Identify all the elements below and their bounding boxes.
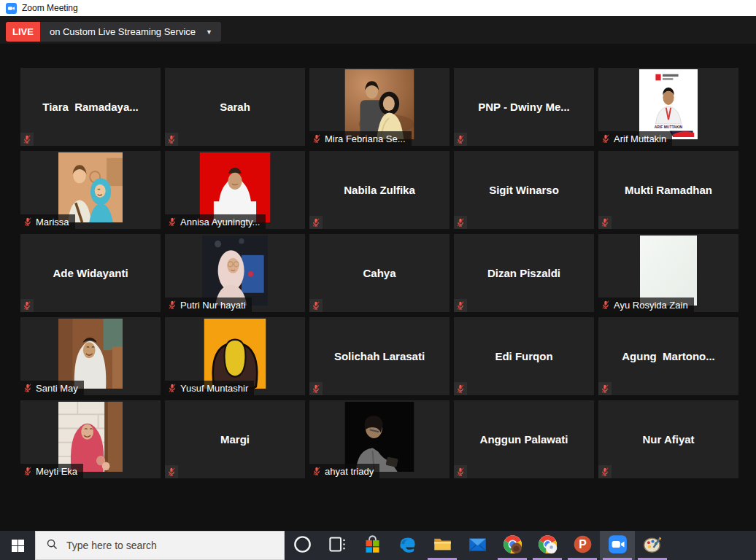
participant-tile[interactable]: Agung Martono... [598, 317, 738, 395]
participant-name: Nur Afiyat [598, 432, 738, 445]
participant-name-bar: Mira Febriana Se... [309, 131, 412, 146]
taskbar-search-input[interactable]: Type here to search [35, 531, 285, 560]
powerpoint-icon: P [573, 534, 593, 557]
participant-tile[interactable]: ahyat triady [309, 400, 450, 478]
chrome-profile-icon [503, 534, 522, 557]
participant-tile[interactable]: Meyti Eka [20, 400, 161, 478]
live-bar: LIVE on Custom Live Streaming Service ▼ [0, 16, 756, 44]
muted-mic-icon [598, 382, 612, 395]
muted-mic-icon [454, 133, 467, 146]
muted-mic-icon [309, 216, 323, 229]
participant-tile[interactable]: Mira Febriana Se... [309, 68, 450, 146]
title-bar: Zoom Meeting [0, 0, 756, 16]
taskbar-app-powerpoint[interactable]: P [565, 531, 600, 560]
participant-tile[interactable]: Anggun Palawati [454, 400, 594, 478]
participant-video-photo [58, 152, 123, 222]
participant-name-bar: Meyti Eka [20, 464, 83, 478]
muted-mic-icon [166, 299, 178, 311]
participant-tile[interactable]: Edi Furqon [454, 317, 594, 395]
paint-icon [643, 534, 663, 557]
muted-mic-icon [20, 133, 34, 146]
participant-name: Tiara Ramadaya... [20, 100, 161, 112]
cortana-icon [293, 534, 312, 557]
start-button[interactable] [0, 531, 35, 560]
participant-tile[interactable]: Santi May [20, 317, 161, 395]
participant-name: ahyat triady [325, 466, 374, 477]
windows-taskbar: Type here to search P [0, 531, 756, 560]
muted-mic-icon [600, 133, 612, 144]
chevron-down-icon: ▼ [206, 28, 212, 36]
participant-tile[interactable]: Dizan Piszaldi [454, 234, 594, 312]
muted-mic-icon [454, 465, 467, 478]
muted-mic-icon [166, 216, 178, 228]
participant-name: Putri Nur hayati [180, 300, 246, 311]
participant-name: Edi Furqon [454, 349, 594, 362]
mail-icon [468, 534, 487, 557]
live-stream-label: on Custom Live Streaming Service [50, 26, 196, 37]
participant-tile[interactable]: Putri Nur hayati [165, 234, 305, 312]
search-placeholder: Type here to search [66, 540, 157, 551]
taskbar-app-chrome-2[interactable] [530, 531, 565, 560]
participant-tile[interactable]: Yusuf Muntashir [165, 317, 305, 395]
participant-name: Arif Muttakin [614, 133, 666, 144]
chrome-profile-icon-2 [538, 534, 558, 557]
participant-tile[interactable]: Margi [165, 400, 305, 478]
participant-tile[interactable]: Nabila Zulfika [309, 151, 450, 229]
live-stream-dropdown[interactable]: on Custom Live Streaming Service ▼ [40, 22, 221, 42]
participant-name: Anggun Palawati [454, 432, 594, 445]
muted-mic-icon [20, 299, 34, 312]
participant-tile[interactable]: Mukti Ramadhan [598, 151, 738, 229]
participant-name-bar: Marissa [20, 214, 75, 229]
taskbar-app-edge[interactable] [390, 531, 425, 560]
muted-mic-icon [22, 382, 34, 394]
taskbar-app-file-explorer[interactable] [425, 531, 460, 560]
taskbar-app-zoom[interactable] [600, 531, 635, 560]
participant-tile[interactable]: Cahya [309, 234, 450, 312]
taskbar-app-mail[interactable] [460, 531, 495, 560]
taskbar-app-chrome-1[interactable] [495, 531, 530, 560]
zoom-meeting-window: Zoom Meeting LIVE on Custom Live Streami… [0, 0, 756, 560]
participant-name-bar: Putri Nur hayati [165, 298, 252, 312]
participant-name: Marissa [36, 217, 69, 228]
muted-mic-icon [22, 216, 34, 228]
participant-name: Meyti Eka [36, 466, 77, 477]
muted-mic-icon [598, 465, 612, 478]
participant-video-photo [58, 402, 123, 472]
participant-tile[interactable]: Marissa [20, 151, 161, 229]
svg-text:P: P [579, 538, 587, 551]
taskbar-app-store[interactable] [355, 531, 390, 560]
participant-name: Sigit Winarso [454, 183, 594, 195]
participant-tile[interactable]: Annisa Ayuningty... [165, 151, 305, 229]
participant-name: Cahya [309, 266, 450, 279]
participant-tile[interactable]: Sarah [165, 68, 305, 146]
zoom-camera-icon [6, 3, 17, 14]
participant-name: Mira Febriana Se... [325, 133, 406, 144]
participant-tile[interactable]: Nur Afiyat [598, 400, 738, 478]
gallery-grid: Tiara Ramadaya... Sarah Mira Febriana Se… [20, 68, 738, 478]
participant-name: Dizan Piszaldi [454, 266, 594, 279]
participant-tile[interactable]: ARIF MUTTAKIN Arif Muttakin [598, 68, 738, 146]
participant-name: Nabila Zulfika [309, 183, 450, 195]
muted-mic-icon [600, 299, 612, 311]
participant-tile[interactable]: Sigit Winarso [454, 151, 594, 229]
muted-mic-icon [309, 382, 323, 395]
participant-tile[interactable]: PNP - Dwiny Me... [454, 68, 594, 146]
participant-name-bar: ahyat triady [309, 464, 379, 478]
participant-tile[interactable]: Ayu Rosyida Zain [598, 234, 738, 312]
participant-name: Santi May [36, 383, 78, 394]
muted-mic-icon [454, 216, 467, 229]
participant-name: Mukti Ramadhan [598, 183, 738, 195]
participant-video-photo [640, 236, 697, 306]
participant-tile[interactable]: Solichah Larasati [309, 317, 450, 395]
participant-tile[interactable]: Tiara Ramadaya... [20, 68, 161, 146]
taskbar-app-task-view[interactable] [320, 531, 355, 560]
zoom-app-icon [608, 534, 628, 557]
participant-name-bar: Arif Muttakin [598, 131, 672, 146]
participant-gallery: Tiara Ramadaya... Sarah Mira Febriana Se… [0, 44, 756, 531]
microsoft-store-icon [363, 534, 382, 557]
taskbar-app-cortana[interactable] [285, 531, 320, 560]
participant-tile[interactable]: Ade Widayanti [20, 234, 161, 312]
taskbar-app-paint[interactable] [635, 531, 670, 560]
participant-name: Margi [165, 432, 305, 445]
muted-mic-icon [454, 382, 467, 395]
